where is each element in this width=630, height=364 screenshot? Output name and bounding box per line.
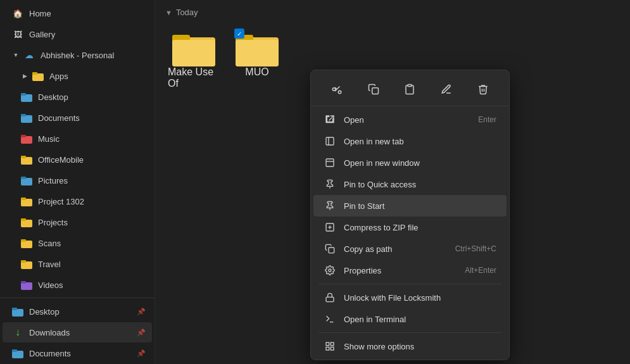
context-copy-button[interactable] [362, 78, 385, 101]
sidebar-item-gallery[interactable]: 🖼 Gallery [3, 24, 152, 44]
home-icon: 🏠 [11, 7, 24, 20]
svg-rect-15 [21, 218, 26, 221]
context-pin-quick-access-label: Pin to Quick access [344, 180, 416, 189]
context-show-more[interactable]: Show more options [313, 336, 507, 357]
sidebar-item-apps[interactable]: ▶ Apps [3, 66, 152, 86]
sidebar-item-pictures[interactable]: Pictures [3, 170, 152, 191]
svg-rect-7 [21, 135, 26, 137]
context-menu: Open Enter Open in new tab Open in new w… [310, 70, 510, 360]
svg-rect-1 [32, 72, 37, 75]
folder-pictures-icon [20, 174, 33, 187]
svg-rect-13 [21, 198, 26, 200]
context-open-terminal[interactable]: Open in Terminal [313, 308, 507, 330]
open-icon [324, 113, 336, 126]
pin-icon: 📌 [137, 349, 146, 358]
sidebar-item-desktop[interactable]: Desktop [3, 87, 152, 107]
file-label-muodir: MUO [245, 66, 268, 78]
context-properties[interactable]: Properties Alt+Enter [313, 260, 507, 281]
sidebar-item-scans[interactable]: Scans [3, 233, 152, 253]
main-content: ▼ Today Make Use Of ✓ [155, 0, 630, 364]
svg-rect-21 [21, 281, 26, 284]
folder-icon-muodir: ✓ [236, 31, 279, 66]
pin-icon: 📌 [137, 329, 146, 337]
pin-quick-access-icon [324, 178, 336, 191]
section-chevron: ▼ [165, 9, 172, 16]
sidebar-pinned: Desktop 📌 ↓ Downloads 📌 Documents 📌 [0, 298, 154, 364]
section-header: ▼ Today [155, 0, 630, 21]
folder-videos-icon [20, 279, 33, 291]
sidebar: 🏠 Home 🖼 Gallery ▼ ☁ Abhishek - Personal… [0, 0, 155, 364]
context-delete-button[interactable] [472, 78, 495, 101]
open-new-tab-icon [324, 135, 336, 147]
sidebar-item-abhishek[interactable]: ▼ ☁ Abhishek - Personal [3, 45, 152, 65]
svg-rect-45 [326, 347, 329, 350]
context-copy-path-label: Copy as path [344, 244, 393, 254]
file-item-muodir[interactable]: ✓ MUO [229, 26, 286, 94]
sidebar-item-travel[interactable]: Travel [3, 254, 152, 274]
folder-desktop-icon [20, 91, 33, 103]
context-paste-button[interactable] [398, 78, 421, 101]
context-open-new-window-label: Open in new window [344, 158, 420, 168]
context-open[interactable]: Open Enter [313, 109, 507, 130]
svg-rect-17 [21, 239, 26, 242]
sidebar-item-officemobile[interactable]: OfficeMobile [3, 149, 152, 170]
folder-music-icon [20, 132, 33, 145]
sidebar-item-documents[interactable]: Documents [3, 108, 152, 128]
file-locksmith-icon [324, 291, 336, 304]
folder-scans-icon [20, 237, 33, 249]
copy-path-icon [324, 242, 336, 255]
context-compress-zip-label: Compress to ZIP file [344, 223, 419, 232]
folder-officemobile-icon [20, 153, 33, 166]
context-open-new-window[interactable]: Open in new window [313, 152, 507, 173]
sidebar-item-home[interactable]: 🏠 Home [3, 3, 152, 23]
context-open-new-tab-label: Open in new tab [344, 137, 404, 146]
file-item-makeuseofdir[interactable]: Make Use Of [165, 26, 222, 94]
context-open-label: Open [344, 115, 364, 125]
sidebar-nav: 🏠 Home 🖼 Gallery ▼ ☁ Abhishek - Personal… [0, 0, 154, 298]
context-cut-button[interactable] [325, 78, 348, 101]
pin-start-icon [324, 199, 336, 212]
context-separator-2 [318, 332, 501, 333]
context-properties-shortcut: Alt+Enter [465, 266, 496, 275]
compress-zip-icon [324, 221, 336, 234]
gallery-icon: 🖼 [11, 28, 24, 41]
sidebar-item-music[interactable]: Music [3, 129, 152, 149]
svg-rect-34 [326, 137, 334, 145]
svg-rect-9 [21, 156, 26, 158]
context-pin-start[interactable]: Pin to Start [313, 195, 507, 217]
svg-rect-3 [21, 93, 26, 96]
open-new-window-icon [324, 156, 336, 169]
svg-rect-11 [21, 177, 26, 179]
context-pin-start-label: Pin to Start [344, 201, 384, 211]
folder-travel-icon [20, 258, 33, 270]
context-file-locksmith[interactable]: Unlock with File Locksmith [313, 287, 507, 308]
svg-rect-31 [236, 40, 279, 66]
folder-projects-icon [20, 216, 33, 229]
show-more-icon [324, 340, 336, 353]
context-pin-quick-access[interactable]: Pin to Quick access [313, 173, 507, 195]
svg-rect-39 [329, 248, 334, 253]
context-open-shortcut: Enter [478, 115, 496, 124]
context-open-new-tab[interactable]: Open in new tab [313, 130, 507, 152]
context-rename-button[interactable] [435, 78, 458, 101]
pin-icon: 📌 [137, 308, 146, 316]
context-compress-zip[interactable]: Compress to ZIP file [313, 217, 507, 238]
sidebar-pinned-documents[interactable]: Documents 📌 [3, 343, 152, 363]
svg-point-40 [329, 269, 331, 272]
context-copy-path[interactable]: Copy as path Ctrl+Shift+C [313, 238, 507, 260]
svg-rect-41 [326, 297, 334, 301]
sidebar-item-project1302[interactable]: Project 1302 [3, 191, 152, 211]
context-show-more-label: Show more options [344, 342, 414, 351]
sidebar-item-projects[interactable]: Projects [3, 212, 152, 232]
sidebar-pinned-desktop[interactable]: Desktop 📌 [3, 301, 152, 322]
sidebar-pinned-downloads[interactable]: ↓ Downloads 📌 [3, 322, 152, 342]
svg-rect-5 [21, 114, 26, 116]
sidebar-item-videos[interactable]: Videos [3, 275, 152, 295]
context-separator-1 [318, 284, 501, 284]
svg-rect-25 [12, 349, 17, 352]
svg-rect-43 [326, 342, 329, 346]
section-title: Today [176, 8, 198, 17]
check-badge: ✓ [234, 28, 244, 39]
svg-rect-35 [326, 159, 334, 166]
context-open-terminal-label: Open in Terminal [344, 315, 406, 324]
